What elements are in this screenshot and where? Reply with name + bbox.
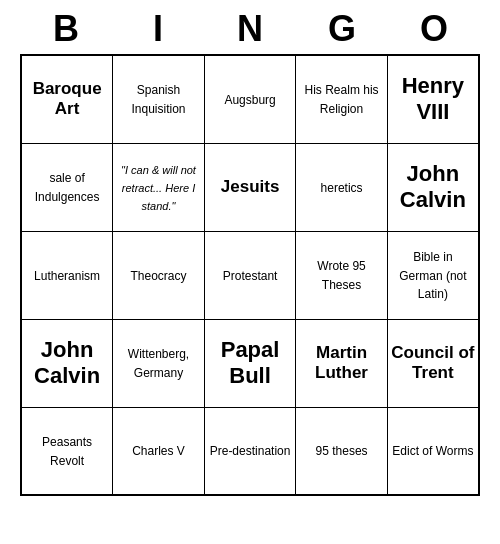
cell-text-0-2: Augsburg bbox=[224, 93, 275, 107]
grid-cell-3-3: Martin Luther bbox=[296, 319, 387, 407]
cell-text-2-2: Protestant bbox=[223, 269, 278, 283]
cell-text-4-0: Peasants Revolt bbox=[42, 435, 92, 468]
grid-cell-2-0: Lutheranism bbox=[21, 231, 113, 319]
cell-text-0-1: Spanish Inquisition bbox=[131, 83, 185, 116]
cell-text-1-2: Jesuits bbox=[221, 177, 280, 196]
grid-cell-0-0: Baroque Art bbox=[21, 55, 113, 143]
cell-text-3-3: Martin Luther bbox=[315, 343, 368, 382]
header-letter-i: I bbox=[112, 8, 204, 50]
grid-cell-3-2: Papal Bull bbox=[204, 319, 296, 407]
header-letter-n: N bbox=[204, 8, 296, 50]
grid-row-0: Baroque ArtSpanish InquisitionAugsburgHi… bbox=[21, 55, 479, 143]
cell-text-4-4: Edict of Worms bbox=[392, 444, 473, 458]
cell-text-4-1: Charles V bbox=[132, 444, 185, 458]
cell-text-1-1: "I can & will not retract... Here I stan… bbox=[121, 164, 196, 212]
cell-text-2-1: Theocracy bbox=[130, 269, 186, 283]
grid-cell-1-1: "I can & will not retract... Here I stan… bbox=[113, 143, 205, 231]
grid-cell-0-4: Henry VIII bbox=[387, 55, 479, 143]
grid-cell-2-4: Bible in German (not Latin) bbox=[387, 231, 479, 319]
cell-text-4-3: 95 theses bbox=[316, 444, 368, 458]
grid-cell-0-3: His Realm his Religion bbox=[296, 55, 387, 143]
grid-row-1: sale of Indulgences"I can & will not ret… bbox=[21, 143, 479, 231]
grid-cell-4-2: Pre-destination bbox=[204, 407, 296, 495]
grid-cell-2-1: Theocracy bbox=[113, 231, 205, 319]
bingo-header: BINGO bbox=[20, 8, 480, 50]
grid-cell-0-1: Spanish Inquisition bbox=[113, 55, 205, 143]
cell-text-3-4: Council of Trent bbox=[391, 343, 474, 382]
grid-cell-2-2: Protestant bbox=[204, 231, 296, 319]
cell-text-4-2: Pre-destination bbox=[210, 444, 291, 458]
cell-text-3-0: John Calvin bbox=[34, 337, 100, 388]
cell-text-3-2: Papal Bull bbox=[221, 337, 280, 388]
cell-text-0-0: Baroque Art bbox=[33, 79, 102, 118]
grid-cell-3-4: Council of Trent bbox=[387, 319, 479, 407]
cell-text-1-3: heretics bbox=[321, 181, 363, 195]
grid-row-2: LutheranismTheocracyProtestantWrote 95 T… bbox=[21, 231, 479, 319]
grid-cell-4-1: Charles V bbox=[113, 407, 205, 495]
grid-cell-4-3: 95 theses bbox=[296, 407, 387, 495]
cell-text-1-0: sale of Indulgences bbox=[35, 171, 100, 204]
cell-text-3-1: Wittenberg, Germany bbox=[128, 347, 189, 380]
cell-text-0-3: His Realm his Religion bbox=[305, 83, 379, 116]
cell-text-2-3: Wrote 95 Theses bbox=[317, 259, 365, 292]
header-letter-b: B bbox=[20, 8, 112, 50]
grid-row-3: John CalvinWittenberg, GermanyPapal Bull… bbox=[21, 319, 479, 407]
header-letter-g: G bbox=[296, 8, 388, 50]
grid-cell-3-0: John Calvin bbox=[21, 319, 113, 407]
grid-cell-2-3: Wrote 95 Theses bbox=[296, 231, 387, 319]
header-letter-o: O bbox=[388, 8, 480, 50]
grid-cell-4-0: Peasants Revolt bbox=[21, 407, 113, 495]
grid-row-4: Peasants RevoltCharles VPre-destination9… bbox=[21, 407, 479, 495]
grid-cell-0-2: Augsburg bbox=[204, 55, 296, 143]
grid-cell-1-2: Jesuits bbox=[204, 143, 296, 231]
grid-cell-1-4: John Calvin bbox=[387, 143, 479, 231]
grid-cell-1-0: sale of Indulgences bbox=[21, 143, 113, 231]
grid-cell-3-1: Wittenberg, Germany bbox=[113, 319, 205, 407]
grid-cell-4-4: Edict of Worms bbox=[387, 407, 479, 495]
cell-text-1-4: John Calvin bbox=[400, 161, 466, 212]
cell-text-2-4: Bible in German (not Latin) bbox=[399, 250, 466, 301]
cell-text-0-4: Henry VIII bbox=[402, 73, 464, 124]
cell-text-2-0: Lutheranism bbox=[34, 269, 100, 283]
grid-cell-1-3: heretics bbox=[296, 143, 387, 231]
bingo-grid: Baroque ArtSpanish InquisitionAugsburgHi… bbox=[20, 54, 480, 496]
